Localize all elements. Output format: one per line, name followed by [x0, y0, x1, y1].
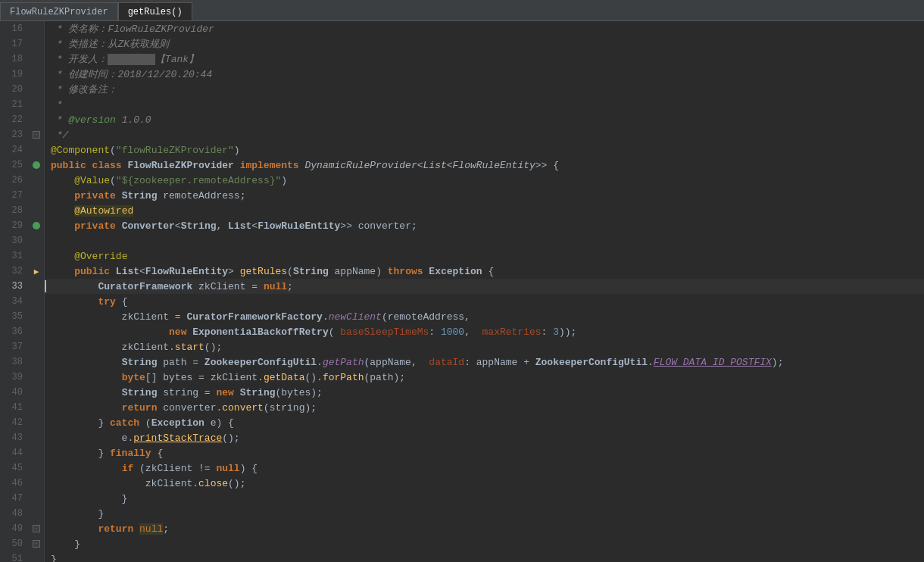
line-num-48: 48 [0, 506, 29, 521]
gutter-icon-50[interactable]: - [29, 540, 44, 548]
line-num-39: 39 [0, 370, 29, 385]
var-31 [51, 251, 74, 262]
line-num-35: 35 [0, 309, 29, 324]
kw-45: if [122, 463, 139, 474]
var-29b: < [175, 220, 181, 232]
line-num-50: 50 [0, 536, 29, 551]
kw-36: new [169, 326, 192, 338]
green-dot-25[interactable] [33, 161, 40, 169]
num-36: 1000 [441, 326, 464, 338]
gutter-row-18: 18 [0, 52, 44, 67]
gutter-row-21: 21 [0, 97, 44, 112]
var-32e: ( [287, 266, 293, 277]
cls-32: List [116, 266, 139, 277]
gutter-row-32: 32 ▶ [0, 264, 44, 279]
var-49b: ; [163, 523, 169, 535]
gutter-row-39: 39 [0, 370, 44, 385]
code-area[interactable]: * 类名称：FlowRuleZKProvider * 类描述：从ZK获取规则 *… [45, 21, 924, 562]
var-42: } [51, 417, 110, 429]
gutter-row-42: 42 [0, 415, 44, 430]
var-29h: converter; [358, 220, 417, 232]
code-line-33: CuratorFramework zkClient = null; [45, 279, 924, 294]
cls-38: String [122, 357, 164, 368]
var-36d: , [464, 326, 482, 338]
cmt-22-tag: @version [68, 114, 115, 126]
var-32g: { [488, 266, 494, 277]
var-39c: (). [304, 372, 322, 383]
cmt-23: */ [51, 130, 68, 141]
var-27b: remoteAddress; [163, 190, 245, 201]
tab-flow-rule[interactable]: FlowRuleZKProvider [0, 2, 118, 20]
line-num-51: 51 [0, 551, 29, 562]
gutter-row-27: 27 [0, 188, 44, 203]
var-34 [51, 296, 98, 308]
code-line-43: e.printStackTrace(); [45, 430, 924, 445]
var-45 [51, 463, 122, 474]
code-line-37: zkClient.start(); [45, 339, 924, 354]
fold-icon-49[interactable]: - [33, 525, 40, 532]
var-29e: < [251, 220, 258, 232]
kw-32: public [74, 266, 116, 277]
code-line-48: } [45, 506, 924, 521]
code-line-20: * 修改备注： [45, 82, 924, 97]
gutter-icon-49[interactable]: - [29, 525, 44, 532]
param-36b: maxRetries [482, 326, 542, 338]
arrow-icon-32: ▶ [34, 267, 39, 276]
gutter-row-36: 36 [0, 324, 44, 339]
line-num-26: 26 [0, 173, 29, 188]
gutter-row-30: 30 [0, 233, 44, 248]
gutter-row-41: 41 [0, 400, 44, 415]
var-25b: < [447, 160, 453, 171]
gutter-row-33: 33 [0, 279, 44, 294]
line-num-29: 29 [0, 218, 29, 233]
cmt-21: * [51, 99, 63, 111]
gutter-row-45: 45 [0, 461, 44, 476]
code-line-49: return null; [45, 521, 924, 536]
fn-41: convert [222, 402, 264, 414]
green-dot-29[interactable] [33, 222, 40, 229]
gutter-row-23: 23 - [0, 127, 44, 142]
line-num-41: 41 [0, 400, 29, 415]
code-line-16: * 类名称：FlowRuleZKProvider [45, 21, 924, 36]
cls-32e: String [293, 266, 335, 277]
code-line-25: public class FlowRuleZKProvider implemen… [45, 158, 924, 173]
var-38f: : appName + [464, 357, 535, 368]
line-num-20: 20 [0, 82, 29, 97]
code-line-18: * 开发人： 【Tank】 [45, 52, 924, 67]
code-lines: * 类名称：FlowRuleZKProvider * 类描述：从ZK获取规则 *… [45, 21, 924, 562]
cls-29: Converter [122, 220, 175, 232]
line-num-42: 42 [0, 415, 29, 430]
param-38: dataId [429, 357, 464, 368]
code-line-24: @Component("flowRuleZKProvider") [45, 142, 924, 158]
param-36: baseSleepTimeMs [340, 326, 429, 338]
fn-38b: FLOW_DATA_ID_POSTFIX [654, 357, 772, 368]
code-line-41: return converter.convert(string); [45, 400, 924, 415]
fn-35: newClient [329, 311, 382, 323]
tab-get-rules[interactable]: getRules() [118, 2, 192, 20]
code-line-47: } [45, 491, 924, 506]
gutter-row-19: 19 [0, 67, 44, 82]
var-36c: : [429, 326, 441, 338]
var-29 [51, 220, 74, 232]
var-43b: (); [222, 432, 239, 444]
gutter-row-38: 38 [0, 354, 44, 370]
fn-37: start [175, 342, 204, 353]
fold-icon-50[interactable]: - [33, 540, 40, 548]
gutter-row-28: 28 [0, 203, 44, 218]
line-num-28: 28 [0, 203, 29, 218]
line-num-21: 21 [0, 97, 29, 112]
code-line-44: } finally { [45, 445, 924, 461]
cls-38d: ZookeeperConfigUtil [535, 357, 648, 368]
ann-31: @Override [74, 251, 127, 262]
var-29c: , [216, 220, 228, 232]
var-48: } [51, 508, 104, 520]
fold-icon-23[interactable]: - [33, 131, 40, 139]
gutter-row-44: 44 [0, 445, 44, 461]
var-51: } [51, 554, 57, 563]
cls-42: Exception [151, 417, 211, 429]
gutter-icon-23[interactable]: - [29, 131, 44, 139]
fn-32: getRules [240, 266, 287, 277]
var-36b: ( [329, 326, 341, 338]
num-36b: 3 [553, 326, 559, 338]
kw-27: private [74, 190, 121, 201]
